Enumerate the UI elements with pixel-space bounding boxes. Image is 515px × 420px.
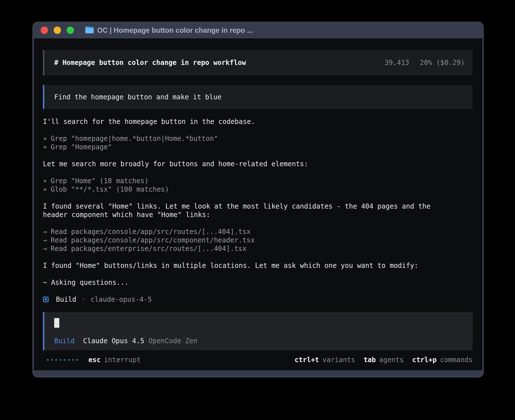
tool-call-group: →Read packages/console/app/src/routes/[.… — [43, 228, 473, 253]
interrupt-hint: escinterrupt — [88, 356, 141, 364]
spinner-dot — [72, 359, 74, 361]
tool-asterisk-icon: ∗ — [43, 134, 47, 143]
shortcut-label: commands — [440, 356, 473, 364]
input-provider-name: OpenCode Zen — [149, 337, 197, 345]
input-model-name: Claude Opus 4.5 — [83, 337, 144, 345]
read-arrow-icon: → — [43, 236, 47, 244]
agent-name: Build — [56, 296, 76, 303]
spinner-dot — [55, 359, 57, 361]
read-arrow-icon: → — [43, 244, 47, 253]
session-header: # Homepage button color change in repo w… — [43, 50, 473, 75]
esc-label: interrupt — [104, 356, 141, 364]
tool-call-text: Read packages/console/app/src/routes/[..… — [51, 228, 250, 236]
separator-dot: · — [81, 296, 85, 303]
tool-asterisk-icon: ∗ — [43, 143, 47, 151]
assistant-text-line: I found "Home" buttons/links in multiple… — [43, 261, 473, 270]
agent-status-row: Build · claude-opus-4-5 — [43, 295, 473, 304]
read-arrow-icon: → — [43, 228, 47, 236]
spinner-dot — [47, 359, 49, 361]
session-stats: 39,41320% ($0.29) — [385, 59, 465, 67]
shortcut-key: ctrl+t — [294, 356, 319, 364]
token-count: 39,413 — [385, 59, 409, 67]
shortcut-key: tab — [364, 356, 376, 364]
esc-key: esc — [88, 356, 101, 364]
assistant-text-line: header component which have "Home" links… — [43, 211, 473, 219]
tool-call-line: ∗Glob "**/*.tsx" (100 matches) — [43, 185, 473, 194]
assistant-text-line: Let me search more broadly for buttons a… — [43, 160, 473, 168]
shortcut-hint-commands: ctrl+pcommands — [412, 356, 473, 364]
transcript: I'll search for the homepage button in t… — [43, 117, 473, 295]
window-titlebar[interactable]: OC | Homepage button color change in rep… — [33, 22, 483, 38]
traffic-lights — [41, 27, 74, 34]
assistant-text: I found "Home" buttons/links in multiple… — [43, 261, 473, 270]
tool-asterisk-icon: ∗ — [43, 177, 47, 185]
window-bottom-edge — [33, 370, 483, 377]
assistant-text: I'll search for the homepage button in t… — [43, 117, 473, 126]
shortcut-hint-agents: tabagents — [364, 356, 404, 364]
tool-call-line: →Read packages/enterprise/src/routes/[..… — [43, 244, 473, 253]
user-message-text: Find the homepage button and make it blu… — [54, 93, 221, 101]
tool-asterisk-icon: ∗ — [43, 185, 47, 194]
tool-call-text: Glob "**/*.tsx" (100 matches) — [51, 185, 169, 193]
tool-call-line: →Read packages/console/app/src/component… — [43, 236, 473, 244]
tool-call-text: Read packages/console/app/src/component/… — [51, 236, 254, 244]
minimize-button[interactable] — [54, 27, 61, 34]
assistant-text-line: I'll search for the homepage button in t… — [43, 117, 473, 126]
assistant-text: I found several "Home" links. Let me loo… — [43, 202, 473, 219]
spinner-dot — [68, 359, 70, 361]
assistant-text-line: I found several "Home" links. Let me loo… — [43, 202, 473, 211]
status-bar-left: escinterrupt — [47, 356, 141, 364]
shortcut-label: agents — [379, 356, 404, 364]
shortcut-key: ctrl+p — [412, 356, 437, 364]
prompt-input[interactable]: Build Claude Opus 4.5 OpenCode Zen — [43, 312, 473, 350]
tool-call-group: ∗Grep "Home" (18 matches)∗Glob "**/*.tsx… — [43, 177, 473, 194]
terminal-window: OC | Homepage button color change in rep… — [32, 22, 484, 377]
shortcut-label: variants — [322, 356, 355, 364]
session-title: # Homepage button color change in repo w… — [54, 59, 246, 67]
close-button[interactable] — [41, 27, 48, 34]
spinner-dots — [47, 359, 78, 361]
user-message: Find the homepage button and make it blu… — [43, 85, 473, 109]
status-bar: escinterrupt ctrl+tvariantstabagentsctrl… — [43, 356, 473, 364]
window-title: OC | Homepage button color change in rep… — [97, 26, 253, 34]
zoom-button[interactable] — [67, 27, 74, 34]
context-usage: 20% ($0.29) — [420, 59, 465, 67]
tool-call-line: ∗Grep "Home" (18 matches) — [43, 177, 473, 185]
terminal-content: # Homepage button color change in repo w… — [34, 38, 482, 370]
assistant-text: ~ Asking questions... — [43, 278, 473, 287]
tool-call-text: Grep "Home" (18 matches) — [51, 177, 149, 185]
model-id: claude-opus-4-5 — [91, 296, 152, 303]
tool-call-group: ∗Grep "homepage|home.*button|Home.*butto… — [43, 134, 473, 151]
assistant-text-line: ~ Asking questions... — [43, 278, 473, 287]
text-cursor[interactable] — [54, 318, 59, 328]
agent-icon — [43, 297, 49, 302]
shortcut-hint-variants: ctrl+tvariants — [294, 356, 355, 364]
folder-icon — [85, 27, 94, 34]
spinner-dot — [77, 359, 78, 361]
tool-call-text: Grep "homepage|home.*button|Home.*button… — [51, 135, 218, 143]
assistant-text: Let me search more broadly for buttons a… — [43, 160, 473, 168]
tool-call-text: Read packages/enterprise/src/routes/[...… — [51, 245, 246, 253]
spinner-dot — [51, 359, 53, 361]
status-bar-right: ctrl+tvariantstabagentsctrl+pcommands — [294, 356, 473, 364]
spinner-dot — [60, 359, 61, 361]
tool-call-text: Grep "Homepage" — [51, 143, 112, 151]
tool-call-line: ∗Grep "Homepage" — [43, 143, 473, 151]
tool-call-line: →Read packages/console/app/src/routes/[.… — [43, 228, 473, 236]
input-agent-name: Build — [54, 337, 75, 345]
tool-call-line: ∗Grep "homepage|home.*button|Home.*butto… — [43, 134, 473, 143]
input-status-row: Build Claude Opus 4.5 OpenCode Zen — [54, 337, 463, 345]
spinner-dot — [64, 359, 66, 361]
